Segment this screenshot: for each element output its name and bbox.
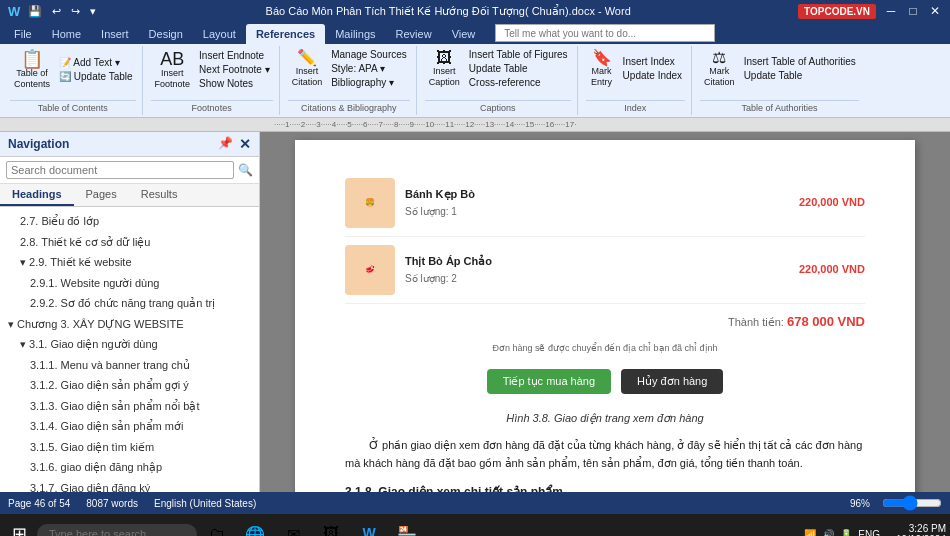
section-title: 3.1.8. Giao diện xem chi tiết sản phẩm: [345, 483, 865, 492]
update-table-toa-button[interactable]: Update Table: [741, 69, 859, 82]
ribbon-tab-bar: File Home Insert Design Layout Reference…: [0, 22, 950, 44]
tab-layout[interactable]: Layout: [193, 24, 246, 44]
navigation-header: Navigation 📌 ✕: [0, 132, 259, 157]
tab-insert[interactable]: Insert: [91, 24, 139, 44]
add-text-button[interactable]: 📝 Add Text ▾: [56, 56, 136, 69]
nav-item-dangNhap[interactable]: 3.1.6. giao diện đăng nhập: [0, 457, 259, 478]
update-table-captions-button[interactable]: Update Table: [466, 62, 571, 75]
delivery-note: Đơn hàng sẽ được chuyển đến địa chỉ bạn …: [345, 341, 865, 355]
taskbar-search[interactable]: [37, 524, 197, 536]
insert-footnote-button[interactable]: AB InsertFootnote: [151, 48, 195, 92]
taskbar-app-explorer[interactable]: 🗂: [199, 516, 235, 536]
cross-reference-button[interactable]: Cross-reference: [466, 76, 571, 89]
product-image-1: 🍔: [345, 178, 395, 228]
nav-pin-icon[interactable]: 📌: [218, 136, 233, 152]
continue-shopping-button[interactable]: Tiếp tục mua hàng: [487, 369, 611, 394]
nav-item-goiY[interactable]: 3.1.2. Giao diện sản phẩm gợi ý: [0, 375, 259, 396]
insert-caption-button[interactable]: 🖼 InsertCaption: [425, 48, 464, 90]
zoom-level: 96%: [850, 498, 870, 509]
word-icon: W: [8, 4, 20, 19]
nav-search-input[interactable]: [6, 161, 234, 179]
nav-item-thietKeWeb[interactable]: ▾ 2.9. Thiết kế website: [0, 252, 259, 273]
minimize-button[interactable]: ─: [884, 4, 898, 18]
start-button[interactable]: ⊞: [4, 523, 35, 536]
cancel-order-button[interactable]: Hủy đơn hàng: [621, 369, 723, 394]
nav-tab-headings[interactable]: Headings: [0, 184, 74, 206]
quick-more[interactable]: ▾: [88, 5, 98, 18]
tab-review[interactable]: Review: [386, 24, 442, 44]
navigation-panel: Navigation 📌 ✕ 🔍 Headings Pages Results …: [0, 132, 260, 492]
title-bar-left: W 💾 ↩ ↪ ▾: [8, 4, 98, 19]
tab-home[interactable]: Home: [42, 24, 91, 44]
nav-item-chuong3[interactable]: ▾ Chương 3. XÂY DỰNG WEBSITE: [0, 314, 259, 335]
insert-table-of-figures-button[interactable]: Insert Table of Figures: [466, 48, 571, 61]
table-of-contents-button[interactable]: 📋 Table ofContents: [10, 48, 54, 92]
taskbar-right: 📶 🔊 🔋 ENG 3:26 PM 19/12/2024: [796, 523, 946, 536]
insert-index-button[interactable]: Insert Index: [620, 55, 686, 68]
nav-tab-pages[interactable]: Pages: [74, 184, 129, 206]
manage-sources-button[interactable]: Manage Sources: [328, 48, 410, 61]
topcode-badge: TOPCODE.VN: [798, 4, 876, 19]
page-count: Page 46 of 54: [8, 498, 70, 509]
tray-volume-icon: 🔊: [822, 529, 834, 537]
tab-design[interactable]: Design: [139, 24, 193, 44]
taskbar-app-word[interactable]: W: [351, 516, 387, 536]
toc-group-label: Table of Contents: [10, 100, 136, 113]
nav-item-noiBat[interactable]: 3.1.3. Giao diện sản phẩm nổi bật: [0, 396, 259, 417]
tab-references[interactable]: References: [246, 24, 325, 44]
product-price-2: 220,000 VND: [799, 261, 865, 279]
product-image-2: 🥩: [345, 245, 395, 295]
nav-item-menu[interactable]: 3.1.1. Menu và banner trang chủ: [0, 355, 259, 376]
nav-item-thietKeCSDL[interactable]: 2.8. Thiết kế cơ sở dữ liệu: [0, 232, 259, 253]
mark-entry-button[interactable]: 🔖 MarkEntry: [586, 48, 618, 90]
quick-undo[interactable]: ↩: [50, 5, 63, 18]
maximize-button[interactable]: □: [906, 4, 920, 18]
nav-tab-results[interactable]: Results: [129, 184, 190, 206]
citations-group-label: Citations & Bibliography: [288, 100, 410, 113]
nav-item-giaoNguoiDung[interactable]: ▾ 3.1. Giao diện người dùng: [0, 334, 259, 355]
language-indicator[interactable]: English (United States): [154, 498, 256, 509]
ribbon-search[interactable]: [495, 24, 715, 42]
quick-redo[interactable]: ↪: [69, 5, 82, 18]
insert-endnote-button[interactable]: Insert Endnote: [196, 49, 273, 62]
insert-citation-button[interactable]: ✏️ InsertCitation: [288, 48, 327, 90]
nav-item-soDoChucNang[interactable]: 2.9.2. Sơ đồ chức năng trang quản trị: [0, 293, 259, 314]
nav-item-bieuDo[interactable]: 2.7. Biểu đồ lớp: [0, 211, 259, 232]
taskbar-app-browser[interactable]: 🌐: [237, 516, 273, 536]
close-button[interactable]: ✕: [928, 4, 942, 18]
title-bar: W 💾 ↩ ↪ ▾ Báo Cáo Môn Phân Tích Thiết Kế…: [0, 0, 950, 22]
show-notes-button[interactable]: Show Notes: [196, 77, 273, 90]
mark-citation-icon: ⚖: [712, 50, 726, 66]
tab-file[interactable]: File: [4, 24, 42, 44]
taskbar-app-mail[interactable]: ✉: [275, 516, 311, 536]
quick-save[interactable]: 💾: [26, 5, 44, 18]
ribbon-group-footnotes: AB InsertFootnote Insert Endnote Next Fo…: [145, 46, 280, 115]
product-info-2: Thịt Bò Áp Chảo Số lượng: 2: [405, 253, 789, 287]
zoom-slider[interactable]: [882, 495, 942, 511]
product-price-1: 220,000 VND: [799, 194, 865, 212]
nav-item-dangKy[interactable]: 3.1.7. Giao diện đăng ký: [0, 478, 259, 493]
next-footnote-button[interactable]: Next Footnote ▾: [196, 63, 273, 76]
nav-item-timKiem[interactable]: 3.1.5. Giao diện tìm kiếm: [0, 437, 259, 458]
taskbar-app-photos[interactable]: 🖼: [313, 516, 349, 536]
product-card-1: 🍔 Bánh Kẹp Bò Số lượng: 1 220,000 VND: [345, 170, 865, 237]
insert-table-of-authorities-button[interactable]: Insert Table of Authorities: [741, 55, 859, 68]
style-dropdown[interactable]: Style: APA ▾: [328, 62, 410, 75]
navigation-tree: 2.7. Biểu đồ lớp 2.8. Thiết kế cơ sở dữ …: [0, 207, 259, 492]
update-table-toc-button[interactable]: 🔄 Update Table: [56, 70, 136, 83]
taskbar-app-store[interactable]: 🏪: [389, 516, 425, 536]
product-card-2: 🥩 Thịt Bò Áp Chảo Số lượng: 2 220,000 VN…: [345, 237, 865, 304]
tab-view[interactable]: View: [442, 24, 486, 44]
main-area: Navigation 📌 ✕ 🔍 Headings Pages Results …: [0, 132, 950, 492]
update-index-button[interactable]: Update Index: [620, 69, 686, 82]
nav-item-sanPhamMoi[interactable]: 3.1.4. Giao diện sản phẩm mới: [0, 416, 259, 437]
mark-citation-button[interactable]: ⚖ MarkCitation: [700, 48, 739, 90]
tab-mailings[interactable]: Mailings: [325, 24, 385, 44]
total-value: 678 000 VND: [787, 314, 865, 329]
product-name-1: Bánh Kẹp Bò: [405, 186, 789, 204]
nav-close-icon[interactable]: ✕: [239, 136, 251, 152]
bibliography-button[interactable]: Bibliography ▾: [328, 76, 410, 89]
tray-language[interactable]: ENG: [858, 529, 880, 537]
nav-item-webNguoiDung[interactable]: 2.9.1. Website người dùng: [0, 273, 259, 294]
document-area[interactable]: 🍔 Bánh Kẹp Bò Số lượng: 1 220,000 VND 🥩 …: [260, 132, 950, 492]
